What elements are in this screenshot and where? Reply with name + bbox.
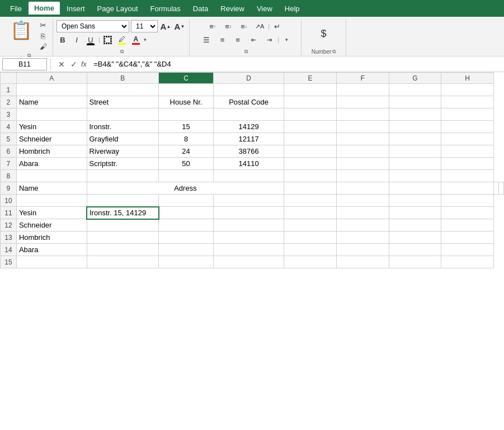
cell-r3-c5[interactable] [336,108,389,121]
cell-r13-c3[interactable] [213,231,284,244]
menu-item-review[interactable]: Review [215,2,250,15]
cell-r4-c1[interactable]: Ironstr. [87,121,159,133]
cell-r15-c2[interactable] [159,256,214,268]
align-bottom-button[interactable]: ≡↓ [237,20,251,32]
bold-button[interactable]: B [56,34,69,46]
row-header-8[interactable]: 8 [1,170,17,182]
col-header-e[interactable]: E [284,73,337,84]
format-painter-button[interactable]: 🖌 [37,41,49,51]
cell-r4-c5[interactable] [336,121,389,133]
row-header-9[interactable]: 9 [1,182,17,195]
underline-button[interactable]: U [84,34,97,46]
decrease-indent-button[interactable]: ⇤ [246,34,261,46]
cell-r8-c3[interactable] [213,170,284,182]
cell-r8-c5[interactable] [336,170,389,182]
align-left-button[interactable]: ☰ [199,34,214,46]
cell-r15-c6[interactable] [389,256,441,268]
cell-r6-c4[interactable] [284,145,337,158]
cell-r9-c1[interactable]: Adress [87,182,284,195]
col-header-h[interactable]: H [441,73,494,84]
row-header-7[interactable]: 7 [1,158,17,170]
col-header-c[interactable]: C [159,73,214,84]
cell-r5-c7[interactable] [441,133,494,145]
cell-r2-c6[interactable] [389,96,441,108]
cell-r10-c0[interactable] [16,195,87,207]
cell-r9-c6[interactable] [494,182,499,195]
cell-r5-c1[interactable]: Grayfield [87,133,159,145]
cell-r7-c4[interactable] [284,158,337,170]
menu-item-view[interactable]: View [251,2,278,15]
menu-item-file[interactable]: File [4,2,27,15]
cell-r14-c2[interactable] [159,244,214,256]
merge-center-button[interactable]: ▾ [280,34,291,46]
col-header-f[interactable]: F [336,73,389,84]
cell-r10-c3[interactable] [213,195,284,207]
cell-r10-c6[interactable] [389,195,441,207]
cell-r9-c0[interactable]: Name [16,182,87,195]
cell-r11-c0[interactable]: Yesin [16,207,87,219]
cell-r4-c0[interactable]: Yesin [16,121,87,133]
cell-r9-c2[interactable] [284,182,337,195]
cell-r9-c5[interactable] [441,182,494,195]
cell-r8-c4[interactable] [284,170,337,182]
text-rotate-button[interactable]: ↗A [252,20,267,32]
cell-r6-c7[interactable] [441,145,494,158]
row-header-3[interactable]: 3 [1,108,17,121]
cell-r6-c6[interactable] [389,145,441,158]
cell-r4-c7[interactable] [441,121,494,133]
cell-r15-c3[interactable] [213,256,284,268]
cell-r6-c1[interactable]: Riverway [87,145,159,158]
cell-r13-c7[interactable] [441,231,494,244]
col-header-b[interactable]: B [87,73,159,84]
menu-item-home[interactable]: Home [29,2,60,16]
borders-button[interactable] [102,34,114,46]
cell-r13-c0[interactable]: Hombrich [16,231,87,244]
cell-r3-c2[interactable] [159,108,214,121]
col-header-d[interactable]: D [213,73,284,84]
cell-r14-c0[interactable]: Abara [16,244,87,256]
cell-r3-c3[interactable] [213,108,284,121]
menu-item-page layout[interactable]: Page Layout [92,2,144,15]
cell-r15-c4[interactable] [284,256,337,268]
cell-r1-c4[interactable] [284,84,337,96]
cell-r2-c4[interactable] [284,96,337,108]
cell-r2-c5[interactable] [336,96,389,108]
row-header-13[interactable]: 13 [1,231,17,244]
increase-font-button[interactable]: A▲ [159,20,172,32]
cell-r12-c7[interactable] [441,219,494,231]
cell-r9-c3[interactable] [336,182,389,195]
cell-r1-c0[interactable] [16,84,87,96]
cell-r2-c1[interactable]: Street [87,96,159,108]
row-header-14[interactable]: 14 [1,244,17,256]
cell-r8-c1[interactable] [87,170,159,182]
row-header-6[interactable]: 6 [1,145,17,158]
cell-r7-c0[interactable]: Abara [16,158,87,170]
number-expand-icon[interactable]: ⧉ [332,49,336,55]
cell-r7-c5[interactable] [336,158,389,170]
alignment-expand-icon[interactable]: ⧉ [244,49,248,55]
font-size-select[interactable]: 11 [131,20,158,32]
cell-r1-c6[interactable] [389,84,441,96]
cell-r1-c2[interactable] [159,84,214,96]
cell-r5-c3[interactable]: 12117 [213,133,284,145]
merge-dropdown-arrow[interactable]: ▾ [285,37,288,42]
cell-r4-c2[interactable]: 15 [159,121,214,133]
row-header-15[interactable]: 15 [1,256,17,268]
cell-r13-c5[interactable] [336,231,389,244]
cell-r12-c3[interactable] [213,219,284,231]
wrap-text-button[interactable]: ↵ [271,20,285,32]
cell-r6-c5[interactable] [336,145,389,158]
cell-r4-c3[interactable]: 14129 [213,121,284,133]
cell-r11-c7[interactable] [441,207,494,219]
cell-r14-c1[interactable] [87,244,159,256]
cell-r5-c4[interactable] [284,133,337,145]
decrease-font-button[interactable]: A▼ [173,20,186,32]
cell-r12-c6[interactable] [389,219,441,231]
cell-r1-c7[interactable] [441,84,494,96]
cell-r7-c1[interactable]: Scriptstr. [87,158,159,170]
cell-r9-c4[interactable] [389,182,441,195]
formula-input[interactable] [91,58,502,70]
col-header-g[interactable]: G [389,73,441,84]
cell-r10-c1[interactable] [87,195,159,207]
cell-r13-c6[interactable] [389,231,441,244]
